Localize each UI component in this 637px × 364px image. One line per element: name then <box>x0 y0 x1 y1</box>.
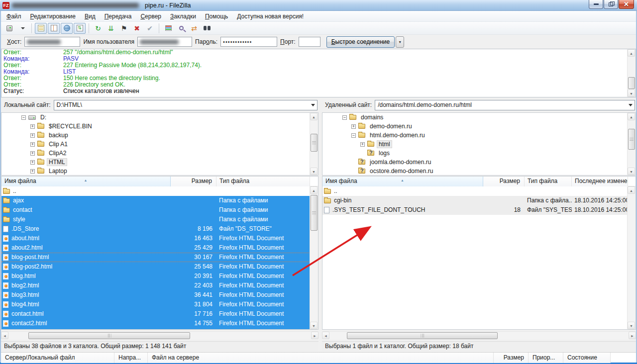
expand-minus-icon[interactable]: − <box>351 133 356 138</box>
local-tree-item[interactable]: +$RECYCLE.BIN <box>1 122 318 131</box>
local-tree-toggle-button[interactable] <box>48 23 60 34</box>
synchronized-browsing-button[interactable]: ⇄ <box>188 23 200 34</box>
quickconnect-button[interactable]: Быстрое соединение <box>326 36 395 48</box>
file-row[interactable]: contact.html17 716Firefox HTML Document <box>1 309 318 319</box>
scroll-left-icon[interactable]: ◄ <box>322 332 329 339</box>
queue-column-header-2[interactable]: Файл на сервере <box>148 353 494 363</box>
file-row[interactable]: cgi-binПапка с файла...18.10.2016 14:25:… <box>322 196 636 205</box>
remote-tree-item[interactable]: ?logs <box>322 149 636 158</box>
expand-minus-icon[interactable]: − <box>342 115 347 120</box>
file-row-partial[interactable] <box>1 328 318 329</box>
scroll-up-icon[interactable]: ▲ <box>628 49 635 57</box>
file-row[interactable]: about.html16 463Firefox HTML Document <box>1 234 318 243</box>
expand-minus-icon[interactable]: − <box>21 115 26 120</box>
chevron-down-icon[interactable] <box>629 104 633 106</box>
column-header-0[interactable]: Имя файла▲ <box>322 177 483 186</box>
find-files-button[interactable] <box>201 23 213 34</box>
file-row[interactable]: .DS_Store8 196Файл "DS_STORE" <box>1 224 318 234</box>
file-row[interactable]: blog4.html31 804Firefox HTML Document <box>1 300 318 309</box>
local-tree-item[interactable]: +backup <box>1 131 318 140</box>
expand-plus-icon[interactable]: + <box>30 169 35 174</box>
site-manager-button[interactable] <box>3 23 15 34</box>
quickconnect-dropdown[interactable]: ▼ <box>396 36 404 48</box>
remote-tree-toggle-button[interactable] <box>61 23 73 34</box>
file-row[interactable]: blog2.html22 403Firefox HTML Document <box>1 281 318 290</box>
file-row[interactable]: contact2.html14 755Firefox HTML Document <box>1 319 318 328</box>
local-tree-item[interactable]: −D: <box>1 113 318 122</box>
filter-button[interactable] <box>162 23 174 34</box>
cancel-transfer-button[interactable]: ⚑ <box>118 23 130 34</box>
chevron-down-icon[interactable] <box>311 104 315 106</box>
menu-item-6[interactable]: Помощь <box>201 11 232 21</box>
queue-column-header-3[interactable]: Размер <box>494 353 529 363</box>
local-tree-item[interactable]: +Clip A1 <box>1 140 318 149</box>
scroll-down-icon[interactable]: ▼ <box>628 322 635 329</box>
file-row[interactable]: about2.html25 429Firefox HTML Document <box>1 243 318 253</box>
local-tree-item[interactable]: +ClipA2 <box>1 149 318 158</box>
menu-item-4[interactable]: Сервер <box>136 11 166 21</box>
scroll-up-icon[interactable]: ▲ <box>628 186 635 194</box>
message-log-toggle-button[interactable] <box>35 23 47 34</box>
scroll-down-icon[interactable]: ▼ <box>628 90 635 97</box>
local-list-scrollbar[interactable]: ▲ ▼ <box>310 186 318 329</box>
local-tree-item[interactable]: +Laptop <box>1 167 318 176</box>
compare-directories-button[interactable] <box>175 23 187 34</box>
expand-plus-icon[interactable]: + <box>30 124 35 129</box>
file-row[interactable]: contactПапка с файлами <box>1 205 318 215</box>
queue-column-header-1[interactable]: Напра... <box>114 353 148 363</box>
remote-tree-item[interactable]: −domains <box>322 113 636 122</box>
scroll-right-icon[interactable]: ► <box>629 332 636 339</box>
scroll-up-icon[interactable]: ▲ <box>628 113 635 120</box>
file-row[interactable]: ajaxПапка с файлами <box>1 196 318 205</box>
expand-plus-icon[interactable]: + <box>30 142 35 147</box>
scroll-right-icon[interactable]: ► <box>311 332 318 339</box>
scroll-down-icon[interactable]: ▼ <box>628 168 635 175</box>
file-row[interactable]: blog3.html36 441Firefox HTML Document <box>1 290 318 300</box>
queue-column-header-0[interactable]: Сервер/Локальный файл <box>1 353 114 363</box>
refresh-button[interactable]: ↻ <box>92 23 104 34</box>
password-input[interactable]: •••••••••••• <box>220 37 277 47</box>
menu-item-7[interactable]: Доступна новая версия! <box>232 11 308 21</box>
local-list-scrollbar-thumb[interactable] <box>311 195 318 231</box>
close-button[interactable]: ✕ <box>619 0 634 9</box>
expand-plus-icon[interactable]: + <box>30 151 35 156</box>
column-header-0[interactable]: Имя файла▲ <box>1 177 171 186</box>
log-scrollbar-thumb[interactable] <box>628 77 635 89</box>
queue-column-header-5[interactable]: Состояние <box>563 353 611 363</box>
queue-toggle-button[interactable]: ⇅ <box>74 23 86 34</box>
expand-plus-icon[interactable]: + <box>351 124 356 129</box>
column-header-2[interactable]: Тип файла <box>216 177 310 186</box>
host-input[interactable] <box>24 37 80 47</box>
expand-plus-icon[interactable]: + <box>360 142 365 147</box>
minimize-button[interactable] <box>589 0 603 9</box>
file-row[interactable]: .. <box>322 186 636 196</box>
column-header-2[interactable]: Тип файла <box>525 177 572 186</box>
file-row[interactable]: .. <box>1 186 318 196</box>
file-row[interactable]: .SYS_TEST_FILE_DONT_TOUCH18Файл "SYS_TES… <box>322 205 636 215</box>
remote-tree-item[interactable]: ?ocstore.demo-domen.ru <box>322 167 636 176</box>
port-input[interactable] <box>299 37 320 47</box>
queue-column-header-4[interactable]: Приор... <box>529 353 563 363</box>
expand-plus-icon[interactable]: + <box>30 160 35 165</box>
remote-list-scrollbar[interactable]: ▲ ▼ <box>627 186 636 329</box>
remote-horizontal-scrollbar[interactable]: ◄ ► <box>322 331 636 340</box>
column-header-3[interactable]: Последнее изменение <box>572 177 628 186</box>
remote-tree-item[interactable]: +demo-domen.ru <box>322 122 636 131</box>
file-row[interactable]: blog.html20 391Firefox HTML Document <box>1 272 318 281</box>
username-input[interactable] <box>137 37 192 47</box>
menu-item-2[interactable]: Вид <box>80 11 100 21</box>
remote-horizontal-thumb[interactable] <box>347 332 498 339</box>
local-horizontal-thumb[interactable] <box>28 332 190 339</box>
menu-item-0[interactable]: Файл <box>2 11 26 21</box>
remote-tree-item[interactable]: +html <box>322 140 636 149</box>
scroll-up-icon[interactable]: ▲ <box>310 186 318 194</box>
titlebar[interactable]: FZ pipe.ru - FileZilla ✕ <box>0 0 637 11</box>
scroll-down-icon[interactable]: ▼ <box>310 168 318 175</box>
file-row[interactable]: blog-post2.html25 548Firefox HTML Docume… <box>1 262 318 272</box>
site-manager-dropdown-button[interactable] <box>16 23 28 34</box>
menu-item-5[interactable]: Закладки <box>166 11 201 21</box>
local-tree-scrollbar-thumb[interactable] <box>311 134 318 152</box>
remote-tree-scrollbar[interactable]: ▲ ▼ <box>627 113 636 175</box>
remote-tree-item[interactable]: −html.demo-domen.ru <box>322 131 636 140</box>
local-tree-item[interactable]: +HTML <box>1 158 318 167</box>
